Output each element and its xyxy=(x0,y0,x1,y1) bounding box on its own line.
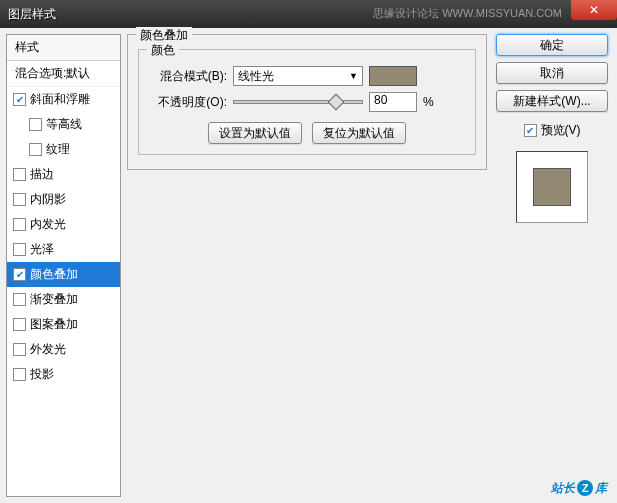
make-default-button[interactable]: 设置为默认值 xyxy=(208,122,302,144)
color-swatch[interactable] xyxy=(369,66,417,86)
style-item[interactable]: 纹理 xyxy=(7,137,120,162)
styles-header[interactable]: 样式 xyxy=(7,35,120,61)
opacity-label: 不透明度(O): xyxy=(147,94,227,111)
style-checkbox[interactable] xyxy=(13,93,26,106)
blend-mode-dropdown[interactable]: 线性光 ▼ xyxy=(233,66,363,86)
close-icon: ✕ xyxy=(589,3,599,17)
reset-default-button[interactable]: 复位为默认值 xyxy=(312,122,406,144)
style-item-label: 投影 xyxy=(30,366,54,383)
style-item[interactable]: 图案叠加 xyxy=(7,312,120,337)
style-item-label: 等高线 xyxy=(46,116,82,133)
style-checkbox[interactable] xyxy=(13,218,26,231)
blending-options-default[interactable]: 混合选项:默认 xyxy=(7,61,120,87)
style-item[interactable]: 颜色叠加 xyxy=(7,262,120,287)
style-item-label: 斜面和浮雕 xyxy=(30,91,90,108)
action-panel: 确定 取消 新建样式(W)... 预览(V) xyxy=(493,34,611,497)
style-item-label: 描边 xyxy=(30,166,54,183)
style-item-label: 渐变叠加 xyxy=(30,291,78,308)
dialog-body: 样式 混合选项:默认 斜面和浮雕等高线纹理描边内阴影内发光光泽颜色叠加渐变叠加图… xyxy=(0,28,617,503)
style-item[interactable]: 投影 xyxy=(7,362,120,387)
style-item-label: 内阴影 xyxy=(30,191,66,208)
opacity-unit: % xyxy=(423,95,434,109)
blend-mode-label: 混合模式(B): xyxy=(147,68,227,85)
style-item-label: 纹理 xyxy=(46,141,70,158)
style-checkbox[interactable] xyxy=(13,243,26,256)
style-item-label: 颜色叠加 xyxy=(30,266,78,283)
preview-swatch xyxy=(533,168,571,206)
close-button[interactable]: ✕ xyxy=(571,0,617,20)
style-checkbox[interactable] xyxy=(13,193,26,206)
color-group: 颜色 混合模式(B): 线性光 ▼ 不透明度(O): 80 % xyxy=(138,49,476,155)
style-checkbox[interactable] xyxy=(29,118,42,131)
style-item[interactable]: 渐变叠加 xyxy=(7,287,120,312)
style-checkbox[interactable] xyxy=(13,293,26,306)
style-item-label: 光泽 xyxy=(30,241,54,258)
settings-panel: 颜色叠加 颜色 混合模式(B): 线性光 ▼ 不透明度(O): 80 xyxy=(127,34,487,497)
style-checkbox[interactable] xyxy=(13,268,26,281)
opacity-row: 不透明度(O): 80 % xyxy=(147,92,467,112)
style-checkbox[interactable] xyxy=(13,368,26,381)
style-checkbox[interactable] xyxy=(13,343,26,356)
default-buttons-row: 设置为默认值 复位为默认值 xyxy=(147,122,467,144)
title-bar: 图层样式 思缘设计论坛 WWW.MISSYUAN.COM ✕ xyxy=(0,0,617,28)
style-item-label: 图案叠加 xyxy=(30,316,78,333)
style-item-label: 内发光 xyxy=(30,216,66,233)
slider-thumb[interactable] xyxy=(328,94,345,111)
cancel-button[interactable]: 取消 xyxy=(496,62,608,84)
style-item[interactable]: 外发光 xyxy=(7,337,120,362)
preview-label: 预览(V) xyxy=(541,122,581,139)
style-item[interactable]: 光泽 xyxy=(7,237,120,262)
style-item[interactable]: 斜面和浮雕 xyxy=(7,87,120,112)
style-item[interactable]: 描边 xyxy=(7,162,120,187)
style-item[interactable]: 内阴影 xyxy=(7,187,120,212)
color-group-title: 颜色 xyxy=(147,42,179,59)
blend-mode-row: 混合模式(B): 线性光 ▼ xyxy=(147,66,467,86)
style-item[interactable]: 等高线 xyxy=(7,112,120,137)
chevron-down-icon: ▼ xyxy=(349,71,358,81)
watermark-badge: Z xyxy=(577,480,593,496)
style-item[interactable]: 内发光 xyxy=(7,212,120,237)
style-item-label: 外发光 xyxy=(30,341,66,358)
opacity-slider[interactable] xyxy=(233,100,363,104)
opacity-input[interactable]: 80 xyxy=(369,92,417,112)
style-checkbox[interactable] xyxy=(29,143,42,156)
style-checkbox[interactable] xyxy=(13,168,26,181)
preview-checkbox[interactable] xyxy=(524,124,537,137)
style-checkbox[interactable] xyxy=(13,318,26,331)
watermark-top: 思缘设计论坛 WWW.MISSYUAN.COM xyxy=(373,6,562,21)
ok-button[interactable]: 确定 xyxy=(496,34,608,56)
blend-mode-value: 线性光 xyxy=(238,68,274,85)
new-style-button[interactable]: 新建样式(W)... xyxy=(496,90,608,112)
preview-checkbox-row[interactable]: 预览(V) xyxy=(524,122,581,139)
preview-box xyxy=(516,151,588,223)
window-title: 图层样式 xyxy=(8,6,56,23)
color-overlay-group: 颜色叠加 颜色 混合模式(B): 线性光 ▼ 不透明度(O): 80 xyxy=(127,34,487,170)
styles-list-panel: 样式 混合选项:默认 斜面和浮雕等高线纹理描边内阴影内发光光泽颜色叠加渐变叠加图… xyxy=(6,34,121,497)
watermark-bottom: 站长Z库 xyxy=(551,480,607,497)
